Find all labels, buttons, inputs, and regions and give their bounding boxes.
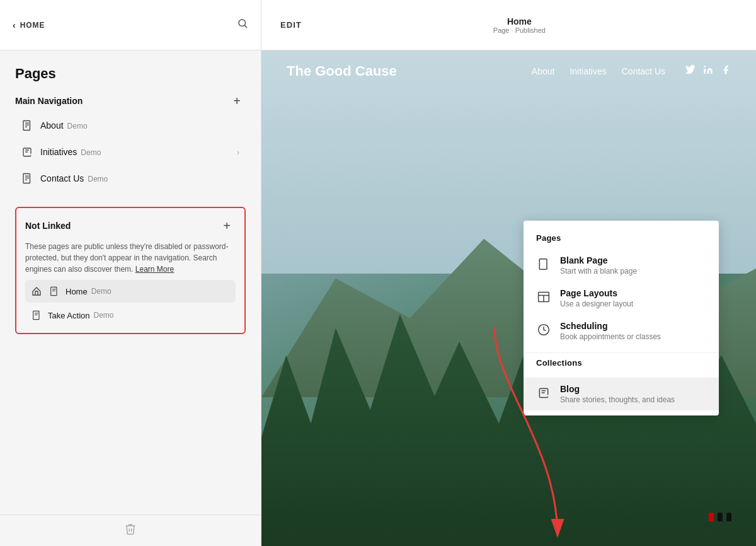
- page-item-action-name: Take Action: [48, 311, 90, 320]
- dropdown-scheduling-content: Scheduling Book appointments or classes: [560, 321, 661, 341]
- page-item-home-badge: Demo: [91, 287, 112, 296]
- page-icon: [20, 119, 34, 132]
- page-doc-icon-action: [30, 309, 43, 322]
- dropdown-layouts-content: Page Layouts Use a designer layout: [560, 288, 633, 308]
- twitter-icon[interactable]: [685, 65, 696, 78]
- page-item-take-action[interactable]: Take Action Demo: [25, 304, 236, 327]
- website-logo: The Good Cause: [287, 63, 397, 79]
- page-item-action-badge: Demo: [94, 311, 114, 320]
- website-nav: About Initiatives Contact Us: [532, 65, 731, 78]
- social-icons: [685, 65, 731, 78]
- add-nav-item-button[interactable]: +: [228, 92, 246, 110]
- facebook-icon[interactable]: [721, 65, 731, 78]
- nav-item-initiatives[interactable]: Initiatives Demo ›: [15, 139, 246, 165]
- dropdown-collections-title: Collections: [536, 358, 706, 374]
- dropdown-blog-desc: Share stories, thoughts, and ideas: [560, 395, 675, 404]
- page-status: Page · Published: [493, 26, 546, 34]
- person-2: [726, 513, 731, 521]
- dropdown-blank-title: Blank Page: [560, 255, 637, 265]
- linkedin-icon[interactable]: [703, 65, 713, 78]
- dropdown-collections-section: Collections: [524, 358, 719, 378]
- not-linked-section: Not Linked + These pages are public unle…: [15, 207, 246, 334]
- delete-icon[interactable]: [124, 523, 137, 538]
- page-title: Home: [493, 16, 546, 26]
- not-linked-items-list: Home Demo Take Action Demo: [25, 280, 236, 327]
- dropdown-pages-title: Pages: [524, 233, 719, 249]
- nav-item-about[interactable]: About Demo: [15, 112, 246, 139]
- nav-item-contact-text: Contact Us Demo: [40, 173, 239, 183]
- not-linked-label: Not Linked: [25, 221, 71, 231]
- not-linked-header: Not Linked +: [25, 217, 236, 235]
- page-doc-icon: [48, 285, 60, 298]
- dropdown-blank-content: Blank Page Start with a blank page: [560, 255, 637, 276]
- dropdown-scheduling-title: Scheduling: [560, 321, 661, 331]
- dropdown-blog-title: Blog: [560, 384, 675, 394]
- svg-rect-12: [51, 287, 57, 295]
- svg-rect-15: [33, 311, 39, 319]
- chevron-right-icon: ›: [237, 148, 239, 157]
- nav-item-about-badge: Demo: [67, 122, 88, 131]
- nav-item-initiatives-text: Initiatives Demo: [40, 147, 237, 157]
- people: [709, 513, 731, 521]
- add-not-linked-button[interactable]: +: [218, 217, 236, 235]
- layouts-icon: [536, 289, 551, 305]
- page-item-home[interactable]: Home Demo: [25, 280, 236, 303]
- svg-rect-8: [23, 174, 30, 183]
- nav-item-about-name: About: [40, 120, 64, 131]
- dropdown-item-layouts[interactable]: Page Layouts Use a designer layout: [524, 282, 719, 315]
- person-1: [718, 513, 723, 521]
- page-icon-contact: [20, 171, 34, 185]
- nav-item-about-text: About Demo: [40, 120, 239, 131]
- sidebar-footer: [0, 514, 261, 546]
- svg-rect-18: [704, 69, 706, 74]
- website-navbar: The Good Cause About Initiatives Contact…: [261, 50, 756, 92]
- clock-icon: [536, 322, 551, 337]
- svg-rect-2: [23, 121, 30, 131]
- nav-item-contact[interactable]: Contact Us Demo: [15, 165, 246, 192]
- search-icon[interactable]: [237, 18, 248, 32]
- header-left: ‹ HOME: [0, 0, 261, 50]
- nav-section-header: Main Navigation +: [15, 92, 246, 110]
- chevron-left-icon: ‹: [13, 20, 16, 30]
- nav-item-contact-name: Contact Us: [40, 173, 84, 183]
- nav-item-contact-badge: Demo: [88, 175, 108, 183]
- not-linked-description: These pages are public unless they're di…: [25, 241, 236, 275]
- dropdown-panel: Pages Blank Page Start with a blank page: [524, 221, 719, 415]
- home-icon: [30, 285, 43, 298]
- main-nav-label: Main Navigation: [15, 96, 83, 106]
- dropdown-layouts-title: Page Layouts: [560, 288, 633, 298]
- dropdown-item-scheduling[interactable]: Scheduling Book appointments or classes: [524, 315, 719, 347]
- svg-line-1: [244, 25, 246, 27]
- nav-items-list: About Demo Initiat: [15, 112, 246, 192]
- person-red: [709, 513, 714, 521]
- dropdown-item-blank[interactable]: Blank Page Start with a blank page: [524, 249, 719, 282]
- page-info: Home Page · Published: [493, 16, 546, 34]
- dropdown-divider: [524, 352, 719, 353]
- nav-item-initiatives-badge: Demo: [81, 148, 101, 157]
- main-navigation-section: Main Navigation + About: [0, 92, 261, 202]
- dropdown-layouts-desc: Use a designer layout: [560, 299, 633, 308]
- svg-rect-21: [539, 259, 547, 270]
- website-nav-contact[interactable]: Contact Us: [622, 66, 665, 76]
- header-right: EDIT Home Page · Published: [261, 0, 756, 50]
- website-preview: The Good Cause About Initiatives Contact…: [261, 50, 756, 546]
- nav-item-initiatives-name: Initiatives: [40, 147, 77, 157]
- dropdown-blank-desc: Start with a blank page: [560, 267, 637, 276]
- back-button[interactable]: ‹ HOME: [13, 20, 45, 30]
- edit-button[interactable]: EDIT: [280, 20, 302, 30]
- learn-more-link[interactable]: Learn More: [135, 265, 174, 274]
- dropdown-scheduling-desc: Book appointments or classes: [560, 332, 661, 341]
- main-content: Pages Main Navigation +: [0, 50, 756, 546]
- blog-icon: [20, 145, 34, 159]
- blog-collection-icon: [536, 385, 551, 400]
- page-item-home-name: Home: [66, 287, 88, 296]
- website-nav-initiatives[interactable]: Initiatives: [570, 66, 606, 76]
- dropdown-item-blog[interactable]: Blog Share stories, thoughts, and ideas: [524, 378, 719, 410]
- back-label: HOME: [20, 21, 45, 30]
- sidebar-pages-title: Pages: [0, 50, 261, 92]
- website-nav-about[interactable]: About: [532, 66, 555, 76]
- header: ‹ HOME EDIT Home Page · Published: [0, 0, 756, 50]
- dropdown-blog-content: Blog Share stories, thoughts, and ideas: [560, 384, 675, 404]
- sidebar: Pages Main Navigation +: [0, 50, 261, 546]
- blank-page-icon: [536, 257, 551, 272]
